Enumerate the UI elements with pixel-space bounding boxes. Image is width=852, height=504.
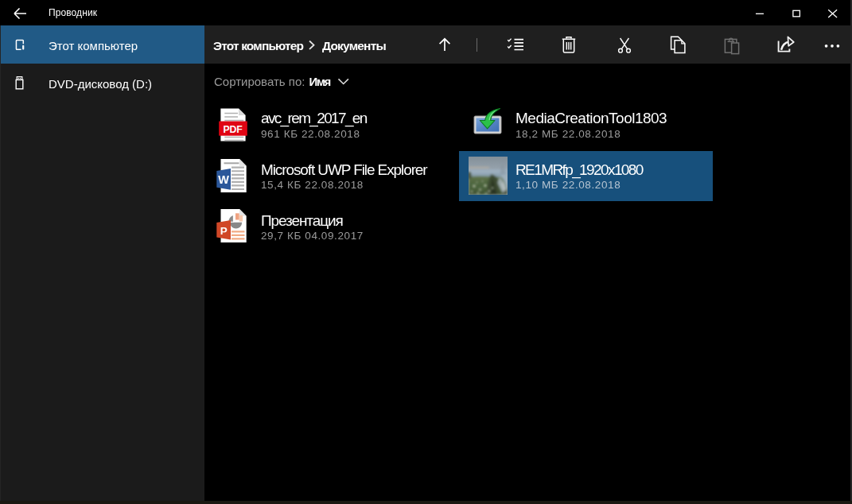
svg-text:W: W <box>218 173 229 186</box>
svg-text:PDF: PDF <box>224 124 243 135</box>
svg-text:P: P <box>220 225 228 237</box>
